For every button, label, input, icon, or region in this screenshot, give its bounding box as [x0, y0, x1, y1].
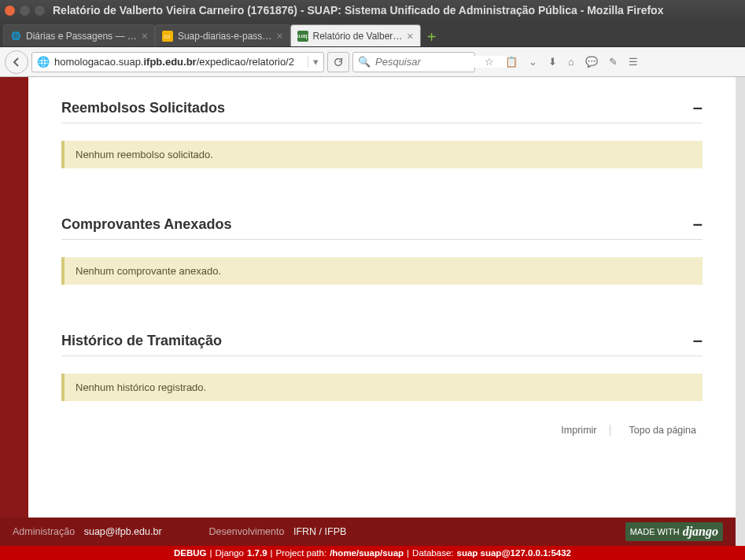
debug-path: /home/suap/suap	[330, 548, 404, 558]
footer-dev-org[interactable]: IFRN / IFPB	[293, 526, 346, 537]
window-buttons	[5, 6, 45, 16]
debug-django-label: Django	[216, 548, 244, 558]
sep: |	[407, 548, 409, 558]
badge-name: django	[683, 525, 718, 539]
section-historico: Histórico de Tramitação – Nenhum históri…	[61, 332, 703, 401]
chat-icon[interactable]: 💬	[585, 56, 598, 68]
toolbar-icons: ☆ 📋 ⌄ ⬇ ⌂ 💬 ✎ ☰	[485, 56, 638, 68]
tab-label: Diárias e Passagens — …	[26, 31, 137, 42]
window-maximize-button[interactable]	[35, 6, 45, 16]
sep: |	[210, 548, 212, 558]
collapse-toggle[interactable]: –	[693, 216, 703, 233]
url-domain: ifpb.edu.br	[143, 56, 196, 68]
new-tab-button[interactable]: +	[421, 28, 443, 46]
print-link[interactable]: Imprimir	[555, 425, 610, 436]
section-title: Histórico de Tramitação	[61, 333, 222, 349]
top-of-page-link[interactable]: Topo da página	[623, 425, 703, 436]
footer-dev: Desenvolvimento IFRN / IFPB	[209, 526, 347, 537]
tab-label: Relatório de Valber…	[313, 31, 403, 42]
search-icon: 🔍	[358, 56, 371, 68]
footer-admin: Administração suap@ifpb.edu.br	[13, 526, 162, 537]
app-footer: Administração suap@ifpb.edu.br Desenvolv…	[0, 518, 736, 546]
tab-label: Suap-diarias-e-pass…	[178, 31, 271, 42]
clipboard-icon[interactable]: 📋	[505, 56, 518, 68]
menu-icon[interactable]: ☰	[629, 56, 638, 68]
window-title: Relatório de Valberto Vieira Carneiro (1…	[53, 4, 663, 17]
section-title: Reembolsos Solicitados	[61, 100, 225, 116]
collapse-toggle[interactable]: –	[693, 99, 703, 116]
debug-path-label: Project path:	[276, 548, 327, 558]
debug-django-version: 1.7.9	[247, 548, 267, 558]
suap-icon: suap	[297, 31, 308, 42]
vertical-scrollbar[interactable]	[736, 77, 745, 560]
download-icon[interactable]: ⬇	[548, 56, 557, 68]
window-close-button[interactable]	[5, 6, 15, 16]
chevron-down-icon[interactable]: ▾	[308, 56, 319, 68]
note-icon[interactable]: ✎	[609, 56, 618, 68]
sep: |	[271, 548, 273, 558]
close-icon[interactable]: ×	[276, 30, 282, 42]
browser-navbar: 🌐 homologacao.suap.ifpb.edu.br/expedicao…	[0, 47, 745, 77]
bookmark-star-icon[interactable]: ☆	[485, 56, 494, 68]
section-header: Histórico de Tramitação –	[61, 332, 703, 356]
close-icon[interactable]: ×	[407, 30, 413, 42]
page-viewport: Reembolsos Solicitados – Nenhum reembols…	[0, 77, 745, 560]
debug-db-label: Database:	[412, 548, 453, 558]
section-comprovantes: Comprovantes Anexados – Nenhum comprovan…	[61, 216, 703, 285]
empty-notice: Nenhum histórico registrado.	[61, 374, 703, 401]
url-bar[interactable]: 🌐 homologacao.suap.ifpb.edu.br/expedicao…	[31, 52, 324, 72]
globe-icon: 🌐	[37, 56, 50, 68]
section-title: Comprovantes Anexados	[61, 216, 231, 233]
tab-diarias[interactable]: 🌐 Diárias e Passagens — … ×	[3, 24, 155, 46]
page-actions: Imprimir Topo da página	[61, 425, 703, 436]
search-box[interactable]: 🔍	[352, 52, 475, 72]
section-header: Reembolsos Solicitados –	[61, 99, 703, 123]
page-content: Reembolsos Solicitados – Nenhum reembols…	[28, 77, 736, 518]
home-icon[interactable]: ⌂	[568, 56, 574, 68]
tab-suap-diarias[interactable]: ▭ Suap-diarias-e-pass… ×	[155, 24, 290, 46]
url-prefix: homologacao.suap.	[54, 56, 143, 68]
globe-icon: 🌐	[10, 31, 21, 42]
window-titlebar: Relatório de Valberto Vieira Carneiro (1…	[0, 0, 745, 20]
pocket-icon[interactable]: ⌄	[529, 56, 537, 68]
slides-icon: ▭	[162, 31, 173, 42]
reload-button[interactable]	[327, 52, 349, 72]
window-minimize-button[interactable]	[20, 6, 30, 16]
debug-db: suap suap@127.0.0.1:5432	[457, 548, 571, 558]
plus-icon: +	[427, 28, 437, 46]
close-icon[interactable]: ×	[142, 30, 148, 42]
debug-bar: DEBUG | Django 1.7.9 | Project path: /ho…	[0, 546, 745, 560]
browser-tabs: 🌐 Diárias e Passagens — … × ▭ Suap-diari…	[0, 20, 745, 47]
debug-mode: DEBUG	[174, 548, 207, 558]
section-reembolsos: Reembolsos Solicitados – Nenhum reembols…	[61, 99, 703, 168]
suap-sidebar[interactable]	[0, 77, 28, 560]
tab-relatorio[interactable]: suap Relatório de Valber… ×	[290, 24, 421, 46]
footer-admin-email[interactable]: suap@ifpb.edu.br	[84, 526, 162, 537]
footer-admin-label: Administração	[13, 526, 75, 537]
empty-notice: Nenhum reembolso solicitado.	[61, 141, 703, 168]
url-path: /expedicao/relatorio/2	[197, 56, 294, 68]
section-header: Comprovantes Anexados –	[61, 216, 703, 240]
url-text: homologacao.suap.ifpb.edu.br/expedicao/r…	[54, 56, 303, 68]
reload-icon	[333, 57, 344, 68]
collapse-toggle[interactable]: –	[693, 332, 703, 349]
back-button[interactable]	[5, 50, 28, 74]
arrow-left-icon	[10, 56, 23, 68]
empty-notice: Nenhum comprovante anexado.	[61, 257, 703, 285]
badge-prefix: MADE WITH	[630, 527, 680, 536]
django-badge[interactable]: MADE WITH django	[625, 522, 723, 541]
footer-dev-label: Desenvolvimento	[209, 526, 285, 537]
